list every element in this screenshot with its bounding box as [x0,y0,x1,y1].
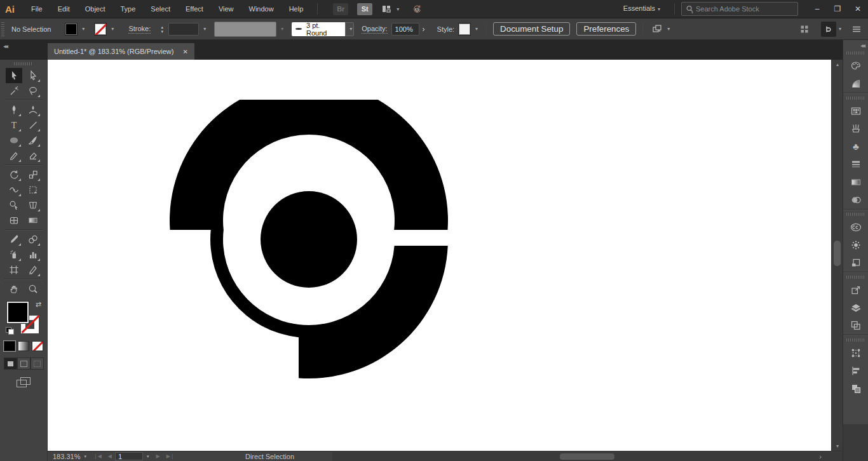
width-profile-field[interactable]: 3 pt. Round [292,22,345,36]
first-artboard-icon[interactable]: ❘◀ [93,453,102,459]
previous-artboard-icon[interactable]: ◀ [108,453,112,459]
none-mode-button[interactable] [32,341,43,351]
swatches-panel-icon[interactable] [843,102,868,120]
width-tool[interactable] [6,182,22,197]
document-tab[interactable]: Untitled-1* @ 183.31% (RGB/Preview) ✕ [48,43,194,60]
draw-normal-button[interactable] [4,357,17,370]
paintbrush-tool[interactable] [25,133,41,148]
chevron-down-icon[interactable]: ▾ [78,23,86,36]
shaper-tool[interactable] [6,148,22,163]
menu-object[interactable]: Object [78,0,113,18]
menu-select[interactable]: Select [143,0,178,18]
app-logo[interactable]: Ai [5,4,15,15]
lasso-tool[interactable] [25,83,41,98]
menu-effect[interactable]: Effect [178,0,211,18]
line-segment-tool[interactable] [25,117,41,133]
touch-workspace-icon[interactable] [797,22,812,37]
stroke-swatch[interactable] [94,23,107,36]
scroll-down-icon[interactable]: ▾ [832,443,843,449]
color-guide-panel-icon[interactable] [843,75,868,93]
fill-color-picker[interactable]: ▾ [65,23,86,36]
menu-help[interactable]: Help [281,0,311,18]
chevron-down-icon[interactable]: ▾ [397,6,399,12]
cc-libraries-panel-icon[interactable] [843,218,868,236]
close-tab-icon[interactable]: ✕ [182,48,187,55]
slice-tool[interactable] [25,262,41,277]
draw-behind-button[interactable] [17,357,31,370]
last-artboard-icon[interactable]: ▶❘ [166,453,175,459]
chevron-down-icon[interactable]: ▾ [107,23,116,36]
step-down-icon[interactable]: ▾ [158,29,166,34]
symbols-panel-icon[interactable]: ♣ [843,138,868,156]
eraser-tool[interactable] [25,148,41,163]
stroke-weight-field[interactable] [168,23,199,36]
panel-grip[interactable] [14,62,33,65]
stroke-label[interactable]: Stroke: [128,25,151,34]
style-swatch[interactable] [458,23,471,36]
sync-share-icon[interactable] [409,1,424,17]
perspective-grid-tool[interactable] [25,197,41,213]
shape-builder-tool[interactable] [6,197,22,213]
chevron-down-icon[interactable]: ▾ [667,26,670,32]
horizontal-scroll-thumb[interactable] [560,453,614,460]
panel-grip[interactable] [846,276,865,279]
stock-search-box[interactable] [681,2,798,16]
zoom-tool[interactable] [25,281,41,297]
column-graph-tool[interactable] [25,247,41,262]
menu-type[interactable]: Type [113,0,144,18]
gradient-tool[interactable] [25,213,41,228]
chevron-down-icon[interactable]: ▾ [84,454,86,459]
chevron-down-icon[interactable]: ▾ [199,23,208,36]
workspace-switcher[interactable]: Essentials▾ [616,0,668,18]
panel-grip[interactable] [846,97,865,100]
appearance-panel-icon[interactable] [843,254,868,272]
minimize-button[interactable]: – [808,2,826,16]
gradient-mode-button[interactable] [18,341,29,351]
hand-tool[interactable] [6,281,22,297]
search-input[interactable] [695,4,780,13]
pen-tool[interactable] [6,102,22,117]
stroke-panel-icon[interactable] [843,156,868,173]
bridge-button[interactable]: Br [333,3,348,15]
document-setup-button[interactable]: Document Setup [493,22,570,36]
artboard-number-field[interactable]: 1 [115,452,143,460]
color-mode-button[interactable] [4,341,15,351]
color-panel-icon[interactable] [843,57,868,75]
artboard-tool[interactable] [6,262,22,277]
direct-selection-tool[interactable] [25,68,41,83]
step-up-icon[interactable]: ▴ [158,25,166,29]
mesh-tool[interactable] [6,213,22,228]
align-panel-icon[interactable] [843,362,868,380]
brushes-panel-icon[interactable] [843,120,868,138]
opacity-field[interactable]: 100% [391,23,419,36]
menu-window[interactable]: Window [241,0,281,18]
swap-fill-stroke-icon[interactable]: ⇄ [36,300,41,309]
screen-mode-button[interactable] [17,377,31,387]
align-pixel-grid-icon[interactable] [649,22,665,37]
panel-grip[interactable] [1,22,4,36]
preferences-button[interactable]: Preferences [576,22,636,36]
artboards-panel-icon[interactable] [843,317,868,335]
selection-tool[interactable] [6,68,22,83]
color-themes-panel-icon[interactable] [843,236,868,254]
collapse-left-panels-icon[interactable]: ◂◂ [3,43,7,50]
close-button[interactable]: ✕ [849,2,867,16]
fill-swatch[interactable] [65,23,78,36]
asset-export-panel-icon[interactable] [843,281,868,299]
chevron-down-icon[interactable]: ▾ [839,26,841,32]
status-tool-display[interactable]: Direct Selection [222,453,318,460]
type-tool[interactable]: T [6,117,22,133]
eyedropper-tool[interactable] [6,232,22,247]
panel-grip[interactable] [846,338,865,342]
transparency-panel-icon[interactable] [843,191,868,209]
curvature-tool[interactable] [25,102,41,117]
stroke-weight-stepper[interactable]: ▴▾ [158,25,166,34]
opacity-expand-icon[interactable]: › [419,23,428,36]
gradient-panel-icon[interactable] [843,173,868,191]
fill-color-box[interactable] [7,302,29,323]
magic-wand-tool[interactable] [6,83,22,98]
scroll-up-icon[interactable]: ▴ [832,62,843,67]
default-fill-stroke-icon[interactable] [6,327,13,333]
menu-file[interactable]: File [24,0,50,18]
style-picker[interactable]: ▾ [458,23,480,36]
